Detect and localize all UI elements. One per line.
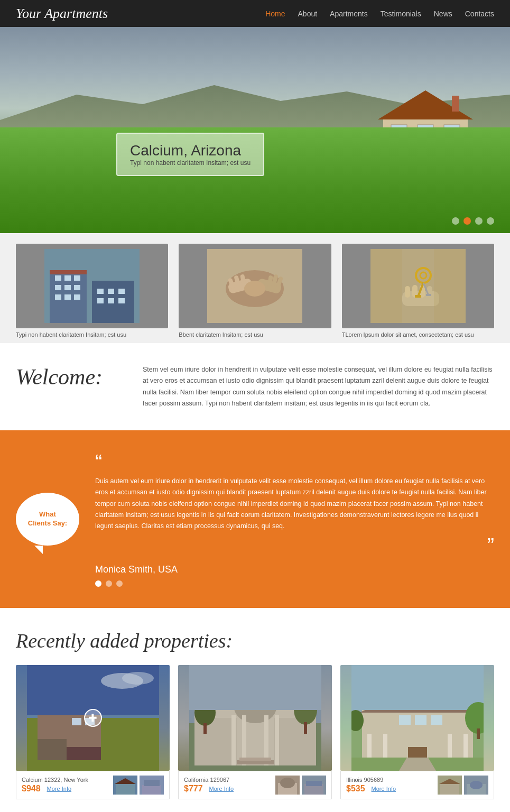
property-thumb-2b[interactable] [302,776,326,795]
property-more-info-1[interactable]: More Info [47,786,71,792]
nav-item-home[interactable]: Home [265,10,285,18]
feature-strip: Typi non habent claritatem Insitam; est … [0,233,510,343]
welcome-section: Welcome: Stem vel eum iriure dolor in he… [0,343,510,430]
hero-dot-4[interactable] [487,217,494,225]
hero-section: Calcium, Arizona Typi non habent clarita… [0,27,510,233]
svg-rect-69 [142,785,161,795]
svg-rect-70 [144,780,160,786]
nav-item-apartments[interactable]: Apartments [330,10,368,18]
hero-dot-2[interactable] [463,217,471,225]
svg-rect-51 [370,249,402,323]
nav-menu: Home About Apartments Testimonials News … [265,10,494,18]
testimonial-author: Monica Smith, USA [95,564,494,575]
property-thumbs-2 [275,776,326,795]
properties-grid: ✚ Calcium 12322, New York $948 More Info [16,665,494,799]
nav-item-testimonials[interactable]: Testimonials [381,10,421,18]
nav-item-about[interactable]: About [298,10,318,18]
property-image-2[interactable] [178,665,332,771]
welcome-title: Welcome: [16,364,122,390]
nav-item-contacts[interactable]: Contacts [465,10,494,18]
svg-rect-52 [434,249,466,323]
svg-rect-11 [55,275,61,281]
svg-rect-104 [399,715,411,725]
hero-location: Calcium, Arizona [130,142,251,159]
quote-open-icon: “ [95,451,494,473]
svg-rect-23 [97,298,104,303]
nav-item-news[interactable]: News [434,10,452,18]
svg-rect-85 [189,665,321,710]
speech-bubble: WhatClients Say: [16,493,79,546]
svg-rect-15 [64,285,71,290]
property-thumb-3a[interactable] [438,776,462,795]
testi-dot-2[interactable] [106,580,112,587]
property-price-3: $535 [346,784,365,793]
property-thumb-3b[interactable] [464,776,488,795]
svg-rect-80 [275,715,279,765]
svg-rect-24 [108,298,114,303]
svg-rect-19 [74,294,80,300]
testi-dot-1[interactable] [95,580,101,587]
property-thumb-1a[interactable] [113,776,137,795]
zoom-icon-1[interactable]: ✚ [84,709,102,727]
svg-rect-22 [118,289,125,294]
testimonial-content: “ Duis autem vel eum iriure dolor in hen… [95,451,494,587]
property-image-3[interactable] [340,665,494,771]
property-more-info-3[interactable]: More Info [372,786,396,792]
svg-rect-108 [351,665,484,710]
feature-item-3: TLorem Ipsum dolor sit amet, consectetam… [342,244,494,338]
property-thumbs-1 [113,776,164,795]
hero-dot-1[interactable] [452,217,459,225]
svg-rect-59 [72,718,81,725]
feature-item-2: Bbent claritatem Insitam; est usu [179,244,331,338]
welcome-text: Stem vel eum iriure dolor in hendrerit i… [143,364,494,409]
properties-title: Recently added properties: [16,629,494,652]
quote-close-icon: ” [95,534,494,558]
property-image-1[interactable]: ✚ [16,665,170,771]
svg-rect-25 [118,298,125,303]
svg-rect-18 [64,294,71,300]
svg-rect-84 [304,722,307,734]
svg-rect-38 [207,249,302,323]
testimonial-quote: Duis autem vel eum iriure dolor in hendr… [95,476,494,532]
svg-rect-14 [55,285,61,290]
svg-rect-82 [203,723,207,734]
navbar: Your Apartments Home About Apartments Te… [0,0,510,27]
svg-rect-26 [50,270,87,274]
hero-dots [452,217,494,225]
svg-rect-87 [239,758,271,761]
property-card-1: ✚ Calcium 12322, New York $948 More Info [16,665,170,799]
svg-rect-21 [108,289,114,294]
testimonials-section: WhatClients Say: “ Duis autem vel eum ir… [0,430,510,608]
svg-rect-48 [415,295,421,298]
testi-dot-3[interactable] [116,580,123,587]
svg-rect-93 [306,781,322,786]
svg-rect-13 [74,275,80,281]
properties-section: Recently added properties: [0,608,510,812]
property-card-2: California 129067 $777 More Info [178,665,332,799]
property-price-2: $777 [184,784,203,793]
svg-point-64 [122,672,154,685]
svg-rect-20 [97,289,104,294]
property-card-3: Illinois 905689 $535 More Info [340,665,494,799]
feature-caption-3: TLorem Ipsum dolor sit amet, consectetam… [342,331,494,338]
svg-rect-17 [55,294,61,300]
property-thumbs-3 [438,776,488,795]
property-info-1: Calcium 12322, New York $948 More Info [16,771,170,799]
hero-dot-3[interactable] [475,217,483,225]
property-thumb-2a[interactable] [275,776,300,795]
svg-rect-86 [237,760,274,764]
property-location-2: California 129067 [184,777,271,783]
property-location-1: Calcium 12322, New York [22,777,109,783]
svg-rect-12 [64,275,71,281]
svg-point-90 [280,778,295,788]
svg-rect-105 [415,715,426,725]
property-info-3: Illinois 905689 $535 More Info [340,771,494,799]
svg-rect-57 [38,739,67,760]
property-thumb-1b[interactable] [140,776,164,795]
feature-image-1 [16,244,168,328]
property-more-info-2[interactable]: More Info [209,786,234,792]
svg-rect-50 [426,294,431,296]
feature-item-1: Typi non habent claritatem Insitam; est … [16,244,168,338]
svg-rect-2 [452,96,459,112]
speech-bubble-text: WhatClients Say: [28,510,67,528]
